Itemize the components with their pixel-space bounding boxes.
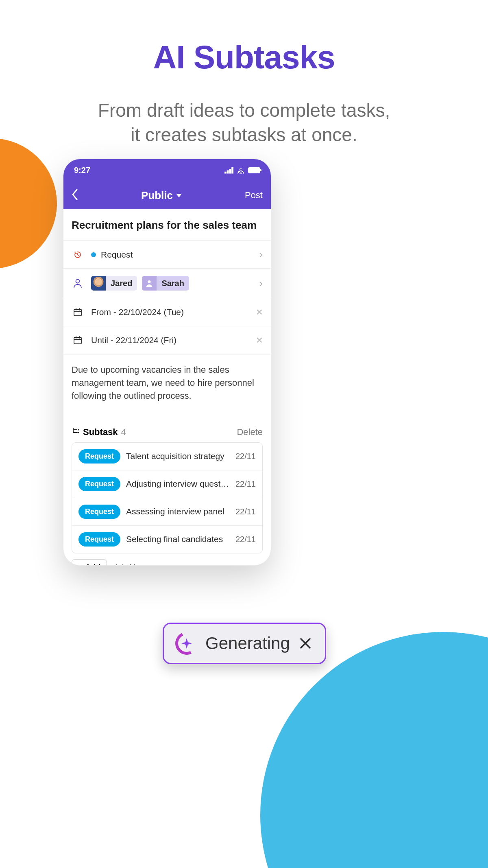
avatar xyxy=(142,276,157,291)
subtask-date: 22/11 xyxy=(235,507,256,516)
assignees-row[interactable]: Jared Sarah › xyxy=(63,269,271,298)
svg-rect-3 xyxy=(74,337,81,344)
plus-icon: + xyxy=(78,563,83,566)
date-until-row[interactable]: Until - 22/11/2024 (Fri) × xyxy=(63,326,271,354)
generating-text: Generating xyxy=(205,634,290,653)
decorative-blue-circle xyxy=(260,632,488,868)
visibility-dropdown[interactable]: Public xyxy=(141,189,182,202)
calendar-icon xyxy=(72,307,84,317)
status-dot-icon xyxy=(91,252,96,257)
battery-icon xyxy=(248,167,260,173)
date-from-row[interactable]: From - 22/10/2024 (Tue) × xyxy=(63,298,271,326)
phone-frame: 9:27 Public Post Recruitment plans for t… xyxy=(63,159,271,566)
subtask-item[interactable]: Request Talent acquisition strategy 22/1… xyxy=(72,443,262,470)
subtask-title: Assessing interview panel xyxy=(126,507,230,516)
avatar xyxy=(91,276,106,291)
signal-icon xyxy=(224,167,233,174)
svg-point-1 xyxy=(148,280,151,283)
status-badge: Request xyxy=(78,532,120,547)
assignee-chip-jared[interactable]: Jared xyxy=(91,276,137,291)
bottom-actions: + Add ✦⁺ AI xyxy=(63,553,271,566)
star-icon xyxy=(181,637,193,649)
status-label: Request xyxy=(101,250,133,260)
clear-date-button[interactable]: × xyxy=(256,334,263,347)
hero-subtitle-line2: it creates subtasks at once. xyxy=(0,123,488,147)
back-button[interactable] xyxy=(72,189,78,202)
subtask-date: 22/11 xyxy=(235,479,256,489)
subtask-count: 4 xyxy=(121,427,126,437)
subtask-item[interactable]: Request Selecting final candidates 22/11 xyxy=(72,526,262,553)
subtask-date: 22/11 xyxy=(235,452,256,461)
hero-subtitle: From draft ideas to complete tasks, it c… xyxy=(0,98,488,147)
assignee-name: Jared xyxy=(106,279,137,288)
assignee-chip-sarah[interactable]: Sarah xyxy=(142,276,189,291)
sparkle-icon: ✦⁺ xyxy=(113,562,125,566)
ai-button[interactable]: ✦⁺ AI xyxy=(113,562,136,566)
close-toast-button[interactable] xyxy=(297,635,314,652)
status-bar: 9:27 xyxy=(63,159,271,181)
date-until-text: Until - 22/11/2024 (Fri) xyxy=(91,335,176,345)
svg-point-4 xyxy=(78,429,79,430)
subtask-title: Talent acquisition strategy xyxy=(126,451,230,461)
status-row[interactable]: Request › xyxy=(63,241,271,269)
nav-bar: Public Post xyxy=(63,181,271,209)
close-icon xyxy=(299,637,312,649)
add-label: Add xyxy=(85,563,101,566)
subtask-header: Subtask 4 Delete xyxy=(63,427,271,442)
status-badge: Request xyxy=(78,477,120,491)
history-icon xyxy=(72,250,84,260)
task-description: Due to upcoming vacancies in the sales m… xyxy=(63,354,271,427)
wifi-icon xyxy=(237,167,245,174)
generating-toast: Generating xyxy=(163,623,326,664)
subtask-title: Adjusting interview questions xyxy=(126,479,230,489)
svg-point-0 xyxy=(76,280,80,283)
post-button[interactable]: Post xyxy=(245,190,263,201)
visibility-label: Public xyxy=(141,189,173,202)
ai-label: AI xyxy=(128,563,136,566)
calendar-icon xyxy=(72,335,84,345)
subtask-item[interactable]: Request Adjusting interview questions 22… xyxy=(72,470,262,498)
status-badge: Request xyxy=(78,449,120,464)
chevron-down-icon xyxy=(176,194,182,197)
subtask-label: Subtask xyxy=(83,427,118,437)
hero-title: AI Subtasks xyxy=(0,39,488,76)
subtask-list: Request Talent acquisition strategy 22/1… xyxy=(72,442,263,553)
status-badge: Request xyxy=(78,505,120,519)
person-icon xyxy=(72,278,84,288)
subtask-tree-icon xyxy=(72,427,80,437)
hero-subtitle-line1: From draft ideas to complete tasks, xyxy=(0,98,488,123)
chevron-right-icon: › xyxy=(259,248,263,261)
subtask-date: 22/11 xyxy=(235,535,256,544)
task-title: Recruitment plans for the sales team xyxy=(63,209,271,241)
delete-subtasks-button[interactable]: Delete xyxy=(237,427,263,437)
assignee-name: Sarah xyxy=(157,279,189,288)
add-subtask-button[interactable]: + Add xyxy=(72,559,107,566)
date-from-text: From - 22/10/2024 (Tue) xyxy=(91,307,184,317)
status-time: 9:27 xyxy=(74,166,90,175)
chevron-right-icon: › xyxy=(259,277,263,290)
subtask-title: Selecting final candidates xyxy=(126,534,230,544)
chevron-left-icon xyxy=(72,189,78,200)
clear-date-button[interactable]: × xyxy=(256,306,263,319)
svg-rect-2 xyxy=(74,309,81,316)
subtask-item[interactable]: Request Assessing interview panel 22/11 xyxy=(72,498,262,526)
spinner-icon xyxy=(175,632,198,655)
status-indicators xyxy=(224,167,260,174)
decorative-orange-circle xyxy=(0,138,57,269)
svg-point-5 xyxy=(78,432,79,433)
